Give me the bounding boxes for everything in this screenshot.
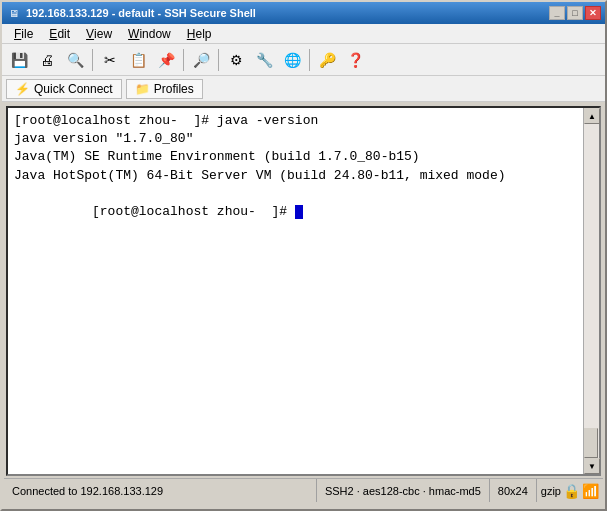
scroll-down-button[interactable]: ▼ — [584, 458, 600, 474]
terminal-line-1: [root@localhost zhou- ]# java -version — [14, 112, 577, 130]
status-bar: Connected to 192.168.133.129 SSH2 · aes1… — [4, 478, 603, 502]
quick-bar: ⚡ Quick Connect 📁 Profiles — [2, 76, 605, 102]
main-window: 🖥 192.168.133.129 - default - SSH Secure… — [0, 0, 607, 511]
profiles-button[interactable]: 📁 Profiles — [126, 79, 203, 99]
toolbar-separator-1 — [92, 49, 93, 71]
toolbar-key[interactable]: 🔑 — [314, 47, 340, 73]
terminal-line-4: Java HotSpot(TM) 64-Bit Server VM (build… — [14, 167, 577, 185]
toolbar-cut[interactable]: ✂ — [97, 47, 123, 73]
terminal[interactable]: [root@localhost zhou- ]# java -version j… — [8, 108, 583, 474]
quick-connect-label: Quick Connect — [34, 82, 113, 96]
close-button[interactable]: ✕ — [585, 6, 601, 20]
terminal-line-2: java version "1.7.0_80" — [14, 130, 577, 148]
encryption-status: SSH2 · aes128-cbc · hmac-md5 — [317, 479, 490, 502]
menu-edit[interactable]: Edit — [41, 24, 78, 43]
status-icon-2: 📶 — [582, 483, 599, 499]
minimize-button[interactable]: _ — [549, 6, 565, 20]
toolbar-paste[interactable]: 📌 — [153, 47, 179, 73]
scroll-up-button[interactable]: ▲ — [584, 108, 600, 124]
toolbar-separator-3 — [218, 49, 219, 71]
gzip-text: gzip — [541, 485, 561, 497]
toolbar-print[interactable]: 🖨 — [34, 47, 60, 73]
maximize-button[interactable]: □ — [567, 6, 583, 20]
quick-connect-button[interactable]: ⚡ Quick Connect — [6, 79, 122, 99]
profiles-label: Profiles — [154, 82, 194, 96]
title-bar-text: 192.168.133.129 - default - SSH Secure S… — [26, 7, 549, 19]
scroll-thumb[interactable] — [584, 428, 598, 458]
encryption-text: SSH2 · aes128-cbc · hmac-md5 — [325, 485, 481, 497]
status-icons: gzip 🔒 📶 — [537, 483, 603, 499]
toolbar-help[interactable]: ❓ — [342, 47, 368, 73]
toolbar-settings1[interactable]: ⚙ — [223, 47, 249, 73]
window-controls: _ □ ✕ — [549, 6, 601, 20]
toolbar-separator-4 — [309, 49, 310, 71]
toolbar: 💾 🖨 🔍 ✂ 📋 📌 🔎 ⚙ 🔧 🌐 🔑 ❓ — [2, 44, 605, 76]
profiles-icon: 📁 — [135, 82, 150, 96]
connection-text: Connected to 192.168.133.129 — [12, 485, 163, 497]
terminal-cursor — [295, 205, 303, 219]
toolbar-find[interactable]: 🔎 — [188, 47, 214, 73]
terminal-line-3: Java(TM) SE Runtime Environment (build 1… — [14, 148, 577, 166]
menu-bar: File Edit View Window Help — [2, 24, 605, 44]
dimensions-text: 80x24 — [498, 485, 528, 497]
toolbar-search[interactable]: 🔍 — [62, 47, 88, 73]
scroll-track[interactable] — [584, 124, 599, 458]
title-bar: 🖥 192.168.133.129 - default - SSH Secure… — [2, 2, 605, 24]
toolbar-settings2[interactable]: 🔧 — [251, 47, 277, 73]
toolbar-copy[interactable]: 📋 — [125, 47, 151, 73]
app-icon: 🖥 — [6, 5, 22, 21]
toolbar-save[interactable]: 💾 — [6, 47, 32, 73]
menu-window[interactable]: Window — [120, 24, 179, 43]
menu-help[interactable]: Help — [179, 24, 220, 43]
dimensions-status: 80x24 — [490, 479, 537, 502]
toolbar-network[interactable]: 🌐 — [279, 47, 305, 73]
menu-view[interactable]: View — [78, 24, 120, 43]
terminal-scrollbar: ▲ ▼ — [583, 108, 599, 474]
toolbar-separator-2 — [183, 49, 184, 71]
terminal-container: [root@localhost zhou- ]# java -version j… — [6, 106, 601, 476]
quick-connect-icon: ⚡ — [15, 82, 30, 96]
menu-file[interactable]: File — [6, 24, 41, 43]
terminal-line-5: [root@localhost zhou- ]# — [14, 185, 577, 240]
connection-status: Connected to 192.168.133.129 — [4, 479, 317, 502]
window-content: [root@localhost zhou- ]# java -version j… — [2, 102, 605, 509]
status-icon-1: 🔒 — [563, 483, 580, 499]
